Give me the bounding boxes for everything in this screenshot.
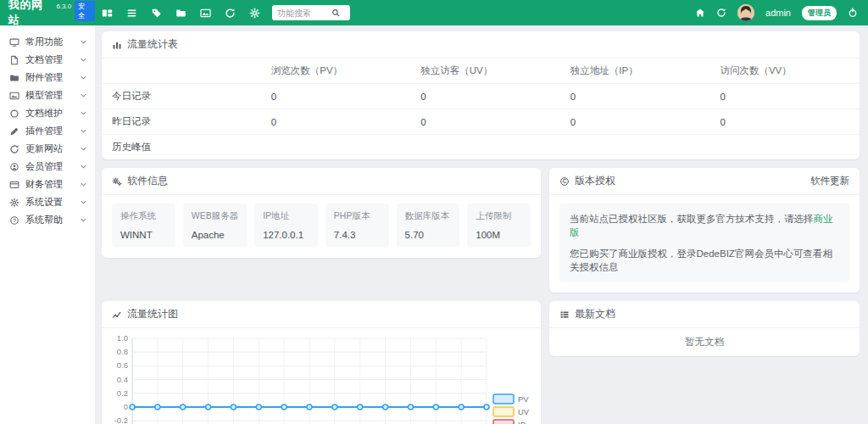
table-row: 今日记录 0 0 0 0 <box>102 84 860 109</box>
cell-value <box>560 135 710 160</box>
chevron-down-icon <box>80 198 87 206</box>
svg-text:0.8: 0.8 <box>117 348 128 357</box>
refresh-icon[interactable] <box>225 8 236 19</box>
gear-icon <box>9 198 19 208</box>
refresh-icon <box>9 144 19 154</box>
sidebar-item-update-site[interactable]: 更新网站 <box>0 140 95 158</box>
chevron-down-icon <box>80 92 87 99</box>
card-title: 流量统计表 <box>127 37 178 52</box>
info-label: 上传限制 <box>476 210 522 222</box>
function-search[interactable] <box>272 5 350 20</box>
software-info-header: 软件信息 <box>102 168 541 195</box>
sidebar: 常用功能 文档管理 附件管理 模型管理 文档维护 插件管理 <box>0 25 96 424</box>
sidebar-item-attachment-management[interactable]: 附件管理 <box>0 69 95 86</box>
auth-line-1-text: 当前站点已授权社区版，获取更多官方技术支持，请选择 <box>570 214 814 224</box>
cell-value: 0 <box>709 84 860 109</box>
card-icon <box>9 180 19 190</box>
sidebar-item-system-help[interactable]: ? 系统帮助 <box>0 211 95 229</box>
list-icon[interactable] <box>126 8 137 19</box>
sidebar-item-label: 系统设置 <box>25 196 63 209</box>
info-box-webserver: WEB服务器 Apache <box>183 204 247 248</box>
chevron-down-icon <box>80 109 87 117</box>
chart-image-icon[interactable] <box>200 8 211 19</box>
line-chart-icon <box>112 310 122 320</box>
info-label: PHP版本 <box>334 210 381 222</box>
cell-value: 0 <box>410 84 560 109</box>
sidebar-item-finance-management[interactable]: 财务管理 <box>0 176 95 193</box>
traffic-chart: 1.00.80.60.40.20-0.2-0.4-0.6-0.8-1.011-2… <box>102 328 541 424</box>
username[interactable]: admin <box>765 8 791 18</box>
traffic-chart-svg: 1.00.80.60.40.20-0.2-0.4-0.6-0.8-1.011-2… <box>107 333 532 424</box>
sidebar-item-plugin-management[interactable]: 插件管理 <box>0 122 95 140</box>
sidebar-item-system-settings[interactable]: 系统设置 <box>0 193 95 211</box>
software-info-card: 软件信息 操作系统 WINNT WEB服务器 Apache IP地址 127.0… <box>102 168 541 258</box>
info-box-os: 操作系统 WINNT <box>112 204 175 248</box>
circle-icon <box>9 109 19 119</box>
legend-item-UV[interactable]: UV <box>493 407 530 416</box>
sidebar-item-document-maintenance[interactable]: 文档维护 <box>0 104 95 122</box>
gears-icon <box>112 176 122 187</box>
cell-value: 0 <box>410 109 560 135</box>
cell-value: 0 <box>261 84 411 109</box>
svg-text:0.4: 0.4 <box>117 375 128 384</box>
info-box-ip: IP地址 127.0.0.1 <box>254 204 318 248</box>
security-badge: 安全 <box>75 1 95 21</box>
sidebar-item-common-functions[interactable]: 常用功能 <box>0 33 95 51</box>
settings-gear-icon[interactable] <box>249 8 260 19</box>
svg-text:UV: UV <box>518 407 530 416</box>
cell-value: 0 <box>560 109 710 135</box>
search-input[interactable] <box>277 8 331 18</box>
sidebar-item-member-management[interactable]: 会员管理 <box>0 158 95 176</box>
pen-icon <box>9 126 19 137</box>
role-badge: 管理员 <box>802 6 837 20</box>
logout-power-icon[interactable] <box>848 8 858 18</box>
sidebar-item-document-management[interactable]: 文档管理 <box>0 51 95 69</box>
reload-icon[interactable] <box>716 8 726 18</box>
col-header-uv: 独立访客（UV） <box>410 59 560 84</box>
svg-text:-0.2: -0.2 <box>114 416 128 424</box>
software-info-body: 操作系统 WINNT WEB服务器 Apache IP地址 127.0.0.1 … <box>102 195 541 258</box>
file-icon <box>9 55 19 65</box>
card-title: 版本授权 <box>575 174 615 188</box>
sidebar-item-model-management[interactable]: 模型管理 <box>0 86 95 104</box>
home-icon[interactable] <box>695 8 705 18</box>
main-content: 流量统计表 浏览次数（PV） 独立访客（UV） 独立地址（IP） 访问次数（VV… <box>96 25 868 424</box>
info-value: 127.0.0.1 <box>263 230 309 240</box>
question-icon: ? <box>9 215 19 226</box>
chevron-down-icon <box>80 181 87 188</box>
top-toolbar <box>102 8 260 19</box>
info-value: 100M <box>476 230 522 240</box>
sidebar-item-label: 财务管理 <box>25 178 63 191</box>
info-value: 5.70 <box>405 230 452 240</box>
card-title: 软件信息 <box>127 174 168 188</box>
latest-docs-card: 最新文档 暂无文档 <box>549 301 860 356</box>
header-user-area: admin 管理员 <box>695 4 868 21</box>
sidebar-toggle-icon[interactable] <box>102 8 113 19</box>
chevron-down-icon <box>80 145 87 153</box>
version-auth-body: 当前站点已授权社区版，获取更多官方技术支持，请选择商业版 您已购买了商业版授权，… <box>549 195 860 293</box>
avatar[interactable] <box>737 4 754 21</box>
info-value: 7.4.3 <box>334 230 381 240</box>
bar-chart-icon <box>112 40 122 50</box>
chevron-down-icon <box>80 56 87 64</box>
traffic-stats-header: 流量统计表 <box>102 31 860 59</box>
folder-icon[interactable] <box>175 8 186 19</box>
site-title: 我的网站 <box>8 0 53 28</box>
version-auth-header: C 版本授权 软件更新 <box>549 168 860 195</box>
sidebar-item-label: 文档管理 <box>25 53 63 66</box>
tag-icon[interactable] <box>151 8 162 19</box>
cell-value <box>261 135 411 160</box>
row-label: 今日记录 <box>102 84 261 109</box>
sidebar-item-label: 附件管理 <box>25 71 63 84</box>
legend-item-IP[interactable]: IP <box>493 420 526 424</box>
search-icon[interactable] <box>331 8 340 17</box>
info-label: WEB服务器 <box>192 210 238 222</box>
cell-value: 0 <box>261 109 411 135</box>
info-label: 操作系统 <box>120 210 167 222</box>
software-update-link[interactable]: 软件更新 <box>810 175 849 187</box>
info-value: WINNT <box>120 230 167 240</box>
legend-item-PV[interactable]: PV <box>493 394 529 404</box>
brand: 我的网站 6.3.0 安全 <box>0 0 95 28</box>
cell-value: 0 <box>709 109 860 135</box>
auth-message-box: 当前站点已授权社区版，获取更多官方技术支持，请选择商业版 您已购买了商业版授权，… <box>559 204 849 282</box>
